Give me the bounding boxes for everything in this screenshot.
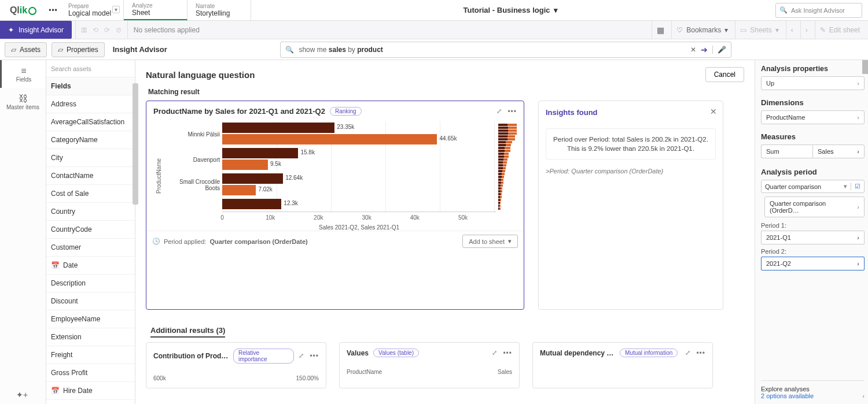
field-item[interactable]: Customer — [46, 239, 135, 257]
nav-tab-storytelling[interactable]: Narrate Storytelling — [187, 0, 251, 20]
field-item[interactable]: Cost of Sale — [46, 185, 135, 203]
field-name: Hire Date — [63, 387, 93, 395]
field-item[interactable]: Extension — [46, 328, 135, 346]
chart-bar[interactable]: 7.02k — [222, 185, 496, 195]
field-item[interactable]: City — [46, 149, 135, 167]
field-item[interactable]: Freight — [46, 346, 135, 364]
result-card[interactable]: Values Values (table) ⤢ ••• ProductName … — [339, 342, 520, 388]
prev-sheet-button[interactable]: ‹ — [791, 26, 793, 34]
insight-advisor-button[interactable]: ✦ Insight Advisor — [0, 21, 72, 39]
checkbox-icon[interactable]: ☑ — [851, 183, 860, 190]
field-name: Address — [51, 100, 76, 108]
bookmarks-button[interactable]: ♡ Bookmarks ▾ — [671, 21, 733, 39]
field-item[interactable]: EmployeeName — [46, 310, 135, 328]
chevron-down-icon: ▾ — [844, 183, 847, 190]
nav-tab-sheet[interactable]: Analyze Sheet — [124, 0, 187, 20]
app-menu-button[interactable]: ••• — [46, 0, 60, 20]
chart-bar[interactable]: 12.3k — [222, 199, 496, 209]
card-menu-button[interactable]: ••• — [310, 352, 319, 360]
step-forward-icon[interactable]: ⟳ — [104, 26, 110, 34]
period2-dropdown[interactable]: 2021-Q2 › — [761, 257, 865, 270]
app-title-text: Tutorial - Business logic — [463, 6, 550, 14]
card-menu-button[interactable]: ••• — [696, 349, 705, 357]
insight-advisor-search[interactable]: 🔍 show me sales by product ✕ ➔ 🎤 — [280, 42, 731, 58]
measures-section-label: Measures — [761, 132, 865, 141]
field-item[interactable]: Country — [46, 203, 135, 221]
field-name: Description — [51, 279, 86, 287]
app-title[interactable]: Tutorial - Business logic ▾ — [251, 0, 770, 20]
chart-bar[interactable]: 15.8k — [222, 148, 496, 158]
clear-selections-icon[interactable]: ⊘ — [116, 26, 122, 34]
assets-button[interactable]: ▱ Assets — [5, 42, 47, 57]
sheets-button[interactable]: ▭ Sheets ▾ — [735, 21, 783, 39]
period1-label: Period 1: — [761, 222, 865, 229]
field-item[interactable]: AverageCallSatisfaction — [46, 113, 135, 131]
field-item[interactable]: Gross Profit — [46, 364, 135, 382]
rail-item-fields[interactable]: ≡ Fields — [0, 60, 46, 88]
assets-search-input[interactable]: Search assets — [46, 60, 135, 77]
expand-icon[interactable]: ⤢ — [496, 108, 502, 116]
period-comparison-dropdown[interactable]: Quarter comparison ▾ ☑ — [761, 180, 865, 193]
field-item[interactable]: Description — [46, 275, 135, 292]
chart-minimap[interactable] — [498, 121, 517, 231]
measure-chip[interactable]: Sum Sales › — [761, 144, 865, 158]
insight-text: Period over Period: total Sales is 200.2… — [546, 128, 716, 160]
chart-menu-button[interactable]: ••• — [507, 108, 517, 116]
x-tick: 20k — [314, 214, 323, 221]
field-item[interactable]: 📅Date — [46, 257, 135, 275]
chart-category-label: Small Crocodile Boots — [164, 172, 222, 198]
analysis-type-pill: Mutual information — [620, 349, 678, 357]
clear-search-icon[interactable]: ✕ — [690, 46, 696, 54]
next-sheet-button[interactable]: › — [806, 26, 808, 34]
assets-search-placeholder: Search assets — [51, 65, 91, 72]
field-item[interactable]: 📅Hire Date — [46, 382, 135, 400]
field-item[interactable]: ContactName — [46, 167, 135, 185]
submit-search-icon[interactable]: ➔ — [701, 45, 708, 54]
up-chip[interactable]: Up › — [761, 76, 865, 90]
field-item[interactable]: Discount — [46, 292, 135, 310]
properties-button[interactable]: ▱ Properties — [52, 42, 105, 57]
edit-sheet-button[interactable]: ✎ Edit sheet — [815, 21, 865, 39]
chart-xlabel: Sales 2021-Q2, Sales 2021-Q1 — [222, 224, 496, 231]
add-to-sheet-button[interactable]: Add to sheet ▾ — [462, 235, 518, 248]
chevron-down-icon[interactable]: ▾ — [112, 6, 120, 13]
step-back-icon[interactable]: ⟲ — [93, 26, 98, 34]
result-card[interactable]: Contribution of Product… Relative import… — [146, 342, 326, 388]
explore-analyses-block[interactable]: Explore analyses 2 options available › — [761, 380, 865, 399]
field-item[interactable]: CountryCode — [46, 221, 135, 239]
chart-bar-label: 9.5k — [270, 161, 281, 167]
dimension-chip[interactable]: ProductName › — [761, 110, 865, 124]
rail-item-master-items[interactable]: ⛓ Master items — [0, 88, 46, 116]
card-left-value: 600k — [153, 375, 166, 381]
period1-dropdown[interactable]: 2021-Q1 › — [761, 231, 865, 244]
expand-icon[interactable]: ⤢ — [685, 349, 690, 357]
props-scrollbar[interactable] — [862, 60, 868, 74]
chart-bar-label: 15.8k — [300, 149, 314, 155]
microphone-icon[interactable]: 🎤 — [712, 46, 726, 54]
field-name: Country — [51, 207, 75, 216]
expand-icon[interactable]: ⤢ — [299, 352, 304, 360]
nav-tab-logical-model[interactable]: Prepare Logical model ▾ — [60, 0, 124, 20]
global-search-input[interactable]: 🔍 Ask Insight Advisor — [775, 3, 862, 18]
field-name: Extension — [51, 333, 82, 341]
period-comparison-full-chip[interactable]: Quarter comparison (OrderD… › — [764, 197, 865, 217]
explore-link[interactable]: 2 options available — [761, 392, 814, 399]
matching-result-label: Matching result — [146, 88, 744, 96]
field-item[interactable]: CategoryName — [46, 131, 135, 149]
grid-icon[interactable]: ▦ — [657, 25, 664, 35]
insight-note: >Period: Quarter comparison (OrderDate) — [546, 168, 716, 175]
selections-tool-icon[interactable]: �⃞ — [82, 26, 87, 34]
expand-icon[interactable]: ⤢ — [492, 349, 497, 357]
field-item[interactable]: Address — [46, 95, 135, 113]
chart-bar[interactable]: 12.64k — [222, 173, 496, 184]
chart-bar[interactable]: 23.35k — [222, 123, 496, 133]
card-menu-button[interactable]: ••• — [503, 349, 512, 357]
chart-bar[interactable]: 9.5k — [222, 160, 496, 170]
period-applied-value: Quarter comparison (OrderDate) — [209, 238, 307, 245]
properties-label: Properties — [67, 46, 98, 54]
result-card[interactable]: Mutual dependency bet… Mutual informatio… — [532, 342, 713, 388]
close-insights-button[interactable]: ✕ — [710, 107, 717, 116]
notes-button[interactable]: ✦+ — [16, 390, 28, 399]
cancel-button[interactable]: Cancel — [705, 67, 744, 82]
chart-bar[interactable]: 44.65k — [222, 134, 496, 144]
